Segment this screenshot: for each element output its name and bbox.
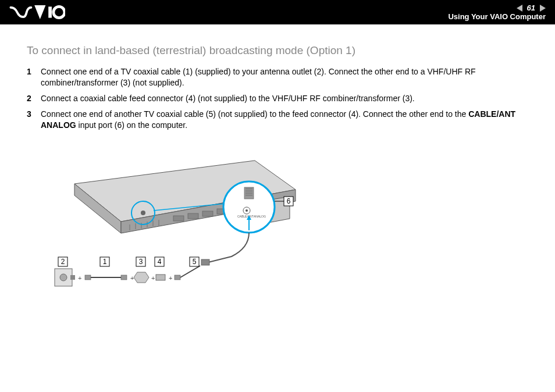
callout-2: 2 bbox=[58, 257, 67, 266]
next-page-icon[interactable] bbox=[540, 5, 546, 12]
combiner bbox=[134, 272, 149, 283]
vaio-logo bbox=[9, 5, 65, 19]
svg-rect-12 bbox=[188, 213, 198, 219]
page-content: To connect in land-based (terrestrial) b… bbox=[0, 24, 555, 306]
wall-outlet bbox=[55, 269, 75, 286]
svg-point-16 bbox=[141, 211, 145, 215]
section-heading: To connect in land-based (terrestrial) b… bbox=[27, 44, 528, 57]
step-item: Connect one end of another TV coaxial ca… bbox=[27, 109, 528, 131]
svg-rect-35 bbox=[85, 275, 91, 280]
svg-rect-30 bbox=[201, 259, 209, 265]
svg-marker-39 bbox=[134, 272, 149, 283]
cable-5b bbox=[208, 233, 249, 262]
callout-5: 5 bbox=[190, 257, 199, 266]
svg-text:+: + bbox=[151, 275, 155, 281]
label-analog: ANALOG bbox=[254, 215, 266, 218]
step-text: Connect one end of a TV coaxial cable (1… bbox=[41, 67, 476, 87]
step-item: Connect one end of a TV coaxial cable (1… bbox=[27, 66, 528, 88]
feed-connector bbox=[156, 275, 165, 280]
step-text: Connect a coaxial cable feed connector (… bbox=[41, 94, 415, 103]
svg-rect-11 bbox=[173, 216, 184, 221]
callout-3: 3 bbox=[136, 257, 145, 266]
cable-1 bbox=[85, 275, 127, 280]
svg-rect-13 bbox=[202, 211, 213, 216]
svg-rect-0 bbox=[48, 6, 52, 17]
steps-list: Connect one end of a TV coaxial cable (1… bbox=[27, 66, 528, 130]
svg-text:6: 6 bbox=[287, 198, 291, 206]
svg-text:1: 1 bbox=[103, 258, 107, 266]
header-bar: 61 Using Your VAIO Computer bbox=[0, 0, 555, 24]
callout-4: 4 bbox=[155, 257, 164, 266]
svg-point-32 bbox=[60, 274, 67, 281]
svg-rect-43 bbox=[175, 275, 180, 280]
svg-rect-37 bbox=[121, 275, 127, 280]
step-text-after: input port (6) on the computer. bbox=[76, 120, 187, 130]
svg-text:4: 4 bbox=[158, 258, 162, 266]
svg-text:+: + bbox=[78, 275, 81, 281]
page-nav: 61 bbox=[517, 3, 546, 12]
connection-diagram: CABLE/ANT ANALOG 6 bbox=[40, 143, 330, 294]
step-item: Connect a coaxial cable feed connector (… bbox=[27, 93, 528, 104]
cable-5 bbox=[175, 266, 200, 280]
svg-text:3: 3 bbox=[139, 258, 143, 266]
step-text: Connect one end of another TV coaxial ca… bbox=[41, 109, 468, 119]
svg-point-24 bbox=[246, 209, 248, 212]
header-section-title: Using Your VAIO Computer bbox=[448, 12, 546, 21]
svg-text:+: + bbox=[169, 275, 172, 281]
label-cable-ant: CABLE/ANT bbox=[237, 215, 254, 218]
svg-rect-17 bbox=[244, 187, 254, 199]
svg-text:+: + bbox=[130, 275, 134, 281]
svg-rect-33 bbox=[70, 275, 75, 280]
svg-text:2: 2 bbox=[61, 258, 65, 266]
page-number: 61 bbox=[525, 3, 538, 12]
svg-text:5: 5 bbox=[193, 258, 197, 266]
svg-point-1 bbox=[54, 6, 65, 17]
callout-1: 1 bbox=[100, 257, 109, 266]
header-right: 61 Using Your VAIO Computer bbox=[448, 3, 546, 21]
prev-page-icon[interactable] bbox=[517, 5, 522, 12]
svg-rect-41 bbox=[156, 275, 165, 280]
svg-line-44 bbox=[180, 266, 200, 277]
